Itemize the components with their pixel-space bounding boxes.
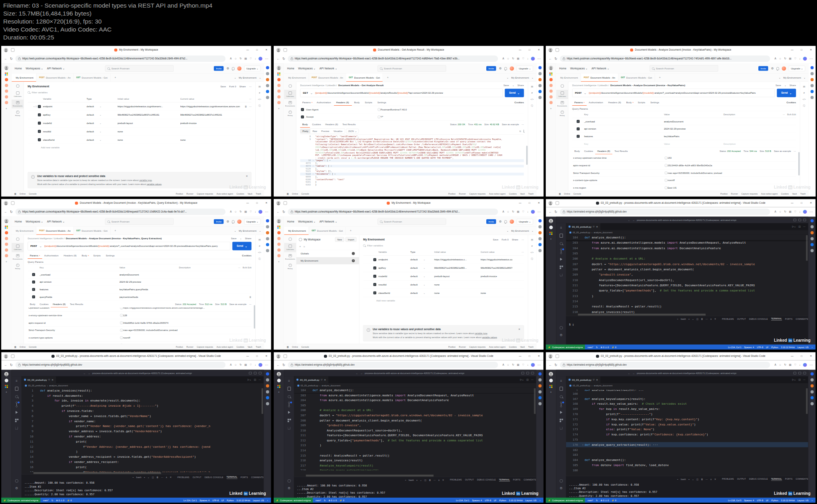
close-icon[interactable] bbox=[518, 328, 520, 339]
sidebar-app-icon[interactable] bbox=[811, 219, 814, 222]
format-tab[interactable]: Preview bbox=[319, 129, 332, 134]
section-tab[interactable]: Body bbox=[352, 99, 363, 106]
close-button[interactable]: ✕ bbox=[806, 46, 815, 54]
search-icon[interactable] bbox=[559, 241, 564, 246]
browser-toolbar-icon[interactable]: ↓ bbox=[799, 363, 801, 366]
postman-tab-icon[interactable] bbox=[277, 254, 280, 257]
browser-toolbar-icon[interactable]: A bbox=[502, 363, 504, 366]
close-button[interactable]: ✕ bbox=[534, 352, 543, 360]
browser-toolbar-icon[interactable]: ☆ bbox=[779, 210, 781, 213]
info-icon[interactable] bbox=[120, 336, 123, 339]
more-icon[interactable] bbox=[809, 363, 813, 367]
code-editor[interactable]: 184 def analyze_document(): 203 from azu… bbox=[566, 235, 808, 316]
sidebar-app-icon[interactable] bbox=[811, 72, 814, 75]
settings-icon[interactable] bbox=[499, 220, 501, 224]
panel-tab[interactable]: DEBUG CONSOLE bbox=[477, 479, 495, 481]
fold-icon[interactable] bbox=[310, 458, 312, 463]
variable-checkbox[interactable] bbox=[38, 138, 41, 141]
browser-toolbar-icon[interactable]: ↻ bbox=[784, 363, 786, 366]
sidebar-app-icon[interactable] bbox=[811, 231, 814, 234]
request-tab[interactable]: GET Document Models - Get bbox=[73, 227, 111, 235]
explorer-icon[interactable] bbox=[14, 387, 19, 391]
tab-actions-icon[interactable] bbox=[283, 201, 287, 205]
panel-tab[interactable]: COMMENTS bbox=[523, 479, 536, 481]
layout-icon[interactable] bbox=[793, 372, 796, 374]
sidebar-app-icon[interactable] bbox=[811, 225, 814, 228]
nav-item[interactable]: Workspaces ⌄ bbox=[298, 67, 316, 70]
minimize-button[interactable]: — bbox=[515, 46, 525, 54]
account-icon[interactable] bbox=[14, 479, 19, 483]
sidebar-app-icon[interactable] bbox=[266, 396, 269, 400]
breadcrumbs[interactable]: 03_03_prebuilt.py›analyze_document bbox=[22, 383, 264, 388]
test-icon[interactable] bbox=[14, 426, 19, 430]
code-line[interactable]: 203 from azure.ai.documentintelligence.m… bbox=[566, 240, 808, 245]
sidebar-app-icon[interactable] bbox=[266, 243, 269, 246]
toolbar-icons[interactable]: A☆↻▤♡↓ bbox=[775, 363, 801, 366]
explorer-icon[interactable] bbox=[287, 387, 291, 391]
panel-toggle-icon[interactable]: ▦ bbox=[286, 346, 288, 348]
extensions-icon[interactable] bbox=[559, 418, 564, 423]
chevron-down-icon[interactable] bbox=[245, 244, 247, 248]
more-icon[interactable] bbox=[537, 57, 541, 61]
more-icon[interactable] bbox=[803, 378, 806, 381]
sidebar-app-icon[interactable] bbox=[811, 78, 814, 81]
panel-tab[interactable]: TERMINAL bbox=[771, 478, 782, 480]
notifications-icon[interactable] bbox=[504, 220, 507, 223]
new-terminal-icon[interactable]: + bbox=[416, 478, 417, 481]
search-input[interactable]: Search Postman bbox=[105, 65, 174, 72]
comment-icon[interactable]: # bbox=[259, 245, 260, 247]
section-tab[interactable]: Settings bbox=[104, 252, 118, 259]
query-param-row[interactable]: Key Value Description 🗑 bbox=[572, 140, 796, 148]
fold-icon[interactable] bbox=[310, 453, 312, 458]
kill-terminal-icon[interactable]: 🗑 bbox=[701, 478, 703, 480]
refresh-icon[interactable]: ↻ bbox=[282, 363, 285, 367]
rail-item-environments[interactable]: Environments bbox=[284, 100, 296, 108]
info-icon[interactable]: ⓘ bbox=[259, 104, 261, 107]
close-button[interactable]: ✕ bbox=[534, 199, 543, 207]
code-line[interactable]: 217 #analyze_keyvaluepairs(result) bbox=[294, 463, 536, 468]
variable-type[interactable]: default bbox=[410, 283, 434, 286]
cursor-position[interactable]: Ln 214, Col 1 bbox=[184, 499, 197, 501]
browser-toolbar-icon[interactable]: A bbox=[230, 210, 232, 213]
comment-icon[interactable]: # bbox=[803, 92, 805, 94]
address-bar[interactable]: https://animated-enigma-q9rj5g5r4pqf665j… bbox=[560, 362, 770, 368]
panel-tab[interactable]: OUTPUT bbox=[193, 476, 201, 478]
rail-item-collections[interactable]: Collections bbox=[284, 243, 296, 252]
sidebar-app-icon[interactable] bbox=[266, 390, 269, 394]
code-line[interactable]: 7 if vendor_name: bbox=[22, 419, 264, 424]
env-variable-row[interactable]: + ⠿ apiKey default 96b469627ce24038921df… bbox=[363, 264, 524, 272]
code-line[interactable]: 174 if kvp.confidence: print(f"Confidenc… bbox=[566, 432, 808, 437]
code-line[interactable]: 205 bbox=[566, 251, 808, 256]
response-body[interactable]: 8 "stringIndexType": "textElements", 9 "… bbox=[300, 135, 524, 191]
comment-icon[interactable]: # bbox=[531, 245, 533, 247]
forward-icon[interactable]: → bbox=[632, 219, 635, 221]
rail-item-history[interactable]: History bbox=[12, 109, 24, 118]
code-line[interactable]: 171 if kvp.key.content: print(f"Key: {kv… bbox=[566, 417, 808, 422]
variable-current-value[interactable]: prebuilt-invoice bbox=[480, 275, 512, 278]
param-key[interactable]: _overload bbox=[584, 120, 664, 122]
code-line[interactable]: 9 vendor_address = invoice.fields.get("V… bbox=[22, 429, 264, 434]
upgrade-button[interactable]: Upgrade ⌄ bbox=[789, 66, 805, 71]
close-icon[interactable] bbox=[324, 378, 326, 381]
more-icon[interactable] bbox=[706, 318, 708, 320]
browser-toolbar-icon[interactable]: ↻ bbox=[784, 210, 786, 213]
fork-button[interactable]: Fork 0 bbox=[501, 238, 508, 240]
postman-tab-icon[interactable] bbox=[277, 95, 280, 98]
variable-checkbox[interactable] bbox=[38, 122, 41, 124]
code-line[interactable]: 212 query_fields=["paymentmethods"], # S… bbox=[294, 438, 536, 443]
chevron-down-icon[interactable] bbox=[234, 76, 236, 79]
maximize-button[interactable]: □ bbox=[253, 46, 262, 54]
sidebar-app-icon[interactable] bbox=[811, 372, 814, 376]
more-icon[interactable] bbox=[249, 303, 252, 305]
docs-icon[interactable]: ▤ bbox=[531, 238, 533, 241]
environment-selector[interactable]: My Environment bbox=[239, 76, 257, 79]
delete-icon[interactable]: 🗑 bbox=[245, 105, 247, 108]
profile-avatar[interactable] bbox=[4, 48, 8, 52]
tab-actions-icon[interactable] bbox=[11, 48, 15, 52]
cursor-position[interactable]: Ln 214, Col 1 bbox=[456, 499, 469, 501]
nav-item[interactable]: Workspaces ⌄ bbox=[26, 220, 43, 223]
code-line[interactable]: 204 from azure.ai.documentintelligence.m… bbox=[566, 245, 808, 250]
back-icon[interactable]: ← bbox=[83, 372, 86, 374]
browser-toolbar-icon[interactable]: A bbox=[775, 57, 776, 60]
problems-indicator[interactable]: ⊗ 0 ⚠ 0 bbox=[328, 499, 337, 501]
